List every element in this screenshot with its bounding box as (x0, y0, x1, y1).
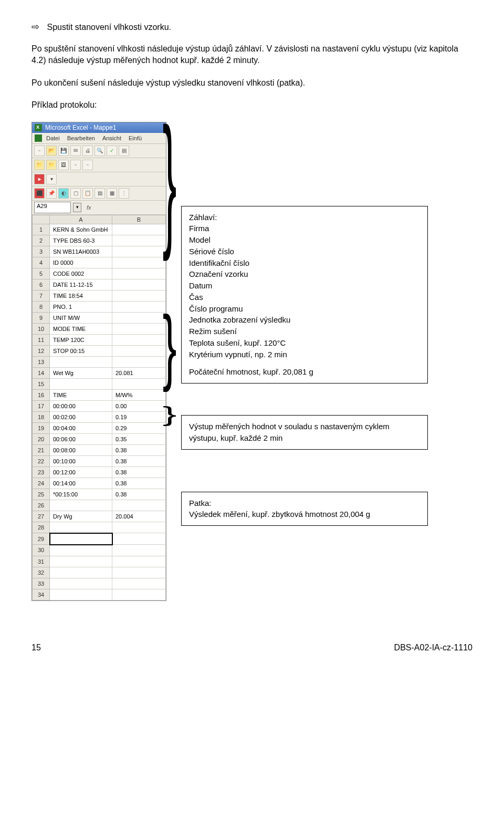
row-header[interactable]: 32 (33, 567, 50, 578)
cell-a[interactable]: 00:00:00 (50, 400, 112, 411)
pin-icon[interactable]: 📌 (46, 188, 57, 199)
cell-b[interactable] (112, 356, 166, 367)
row-header[interactable]: 7 (33, 290, 50, 301)
table-row[interactable]: 3SN WB11AH0003 (33, 246, 166, 257)
cell-a[interactable]: 00:04:00 (50, 422, 112, 433)
cell-a[interactable]: ID 0000 (50, 257, 112, 268)
menu-ansicht[interactable]: Ansicht (102, 135, 121, 141)
cell-b[interactable] (112, 500, 166, 511)
cell-b[interactable] (112, 257, 166, 268)
row-header-corner[interactable] (33, 215, 50, 224)
row-header[interactable]: 6 (33, 279, 50, 290)
cell-b[interactable] (112, 235, 166, 246)
menu-einfu[interactable]: Einfü (129, 135, 142, 141)
row-header[interactable]: 34 (33, 589, 50, 600)
table-row[interactable]: 13 (33, 356, 166, 367)
cell-b[interactable] (112, 556, 166, 567)
cell-b[interactable]: M/W% (112, 389, 166, 400)
cell-b[interactable] (112, 545, 166, 556)
cell-a[interactable]: 00:14:00 (50, 478, 112, 489)
table-row[interactable]: 34 (33, 589, 166, 600)
row-header[interactable]: 18 (33, 411, 50, 422)
preview-icon[interactable]: 🔍 (94, 146, 105, 156)
cell-b[interactable] (112, 345, 166, 356)
cell-b[interactable]: 20.004 (112, 511, 166, 522)
row-header[interactable]: 23 (33, 466, 50, 478)
table-row[interactable]: 1KERN & Sohn GmbH (33, 224, 166, 235)
cell-b[interactable]: 0.38 (112, 455, 166, 466)
table-row[interactable]: 1800:02:000.19 (33, 411, 166, 422)
table-row[interactable]: 32 (33, 567, 166, 578)
cell-a[interactable] (50, 556, 112, 567)
save-icon[interactable]: 💾 (58, 146, 69, 156)
box-icon[interactable]: ▢ (70, 188, 81, 199)
cell-a[interactable]: TIME (50, 389, 112, 400)
table-row[interactable]: 5CODE 0002 (33, 268, 166, 279)
row-header[interactable]: 22 (33, 455, 50, 466)
cell-a[interactable] (50, 589, 112, 600)
cell-b[interactable] (112, 533, 166, 545)
table-row[interactable]: 1900:04:000.29 (33, 422, 166, 433)
cell-a[interactable]: 00:08:00 (50, 444, 112, 455)
name-box[interactable]: A29 (34, 202, 71, 213)
row-header[interactable]: 19 (33, 422, 50, 433)
row-header[interactable]: 1 (33, 224, 50, 235)
row-header[interactable]: 17 (33, 400, 50, 411)
cell-a[interactable]: CODE 0002 (50, 268, 112, 279)
table-row[interactable]: 15 (33, 378, 166, 389)
cell-b[interactable] (112, 279, 166, 290)
cell-a[interactable]: KERN & Sohn GmbH (50, 224, 112, 235)
row-header[interactable]: 12 (33, 345, 50, 356)
table-row[interactable]: 2300:12:000.38 (33, 466, 166, 478)
open-icon[interactable]: 📂 (46, 146, 57, 156)
row-header[interactable]: 21 (33, 444, 50, 455)
row-header[interactable]: 33 (33, 578, 50, 589)
row-header[interactable]: 30 (33, 545, 50, 556)
table-row[interactable]: 2400:14:000.38 (33, 478, 166, 489)
pdf2-icon[interactable]: ⬛ (34, 188, 45, 199)
row-header[interactable]: 14 (33, 367, 50, 378)
menu-bearbeiten[interactable]: Bearbeiten (67, 135, 95, 141)
paste-icon[interactable]: 📋 (82, 188, 93, 199)
table-row[interactable]: 2000:06:000.35 (33, 433, 166, 444)
table-row[interactable]: 10MODE TIME (33, 323, 166, 334)
cell-b[interactable] (112, 578, 166, 589)
cell-a[interactable] (50, 567, 112, 578)
cell-b[interactable]: 0.38 (112, 489, 166, 500)
row-header[interactable]: 28 (33, 522, 50, 533)
misc-icon[interactable]: ▫ (70, 160, 81, 170)
cell-b[interactable]: 0.38 (112, 444, 166, 455)
row-header[interactable]: 11 (33, 334, 50, 345)
row-header[interactable]: 3 (33, 246, 50, 257)
cell-b[interactable] (112, 567, 166, 578)
row-header[interactable]: 10 (33, 323, 50, 334)
namebox-dropdown-icon[interactable]: ▾ (73, 203, 81, 212)
dots-icon[interactable]: ⋮ (119, 188, 129, 199)
cell-a[interactable]: TEMP 120C (50, 334, 112, 345)
row-header[interactable]: 2 (33, 235, 50, 246)
row-header[interactable]: 27 (33, 511, 50, 522)
table-row[interactable]: 29 (33, 533, 166, 545)
table-row[interactable]: 25*00:15:000.38 (33, 489, 166, 500)
folder-icon[interactable]: 📁 (34, 160, 45, 170)
table-row[interactable]: 6DATE 11-12-15 (33, 279, 166, 290)
cell-b[interactable]: 0.38 (112, 478, 166, 489)
cell-a[interactable]: Wet Wg (50, 367, 112, 378)
cell-a[interactable]: 00:10:00 (50, 455, 112, 466)
table-row[interactable]: 2100:08:000.38 (33, 444, 166, 455)
table-row[interactable]: 12STOP 00:15 (33, 345, 166, 356)
table-row[interactable]: 1700:00:000.00 (33, 400, 166, 411)
cell-a[interactable]: DATE 11-12-15 (50, 279, 112, 290)
pdf-icon[interactable]: ▸ (34, 174, 45, 184)
cell-b[interactable] (112, 301, 166, 312)
cell-a[interactable] (50, 533, 112, 545)
spellcheck-icon[interactable]: ✓ (107, 146, 117, 156)
misc2-icon[interactable]: ▫ (82, 160, 93, 170)
cell-b[interactable]: 0.29 (112, 422, 166, 433)
table-row[interactable]: 30 (33, 545, 166, 556)
cell-a[interactable]: TIME 18:54 (50, 290, 112, 301)
cell-a[interactable]: PNO. 1 (50, 301, 112, 312)
table-row[interactable]: 33 (33, 578, 166, 589)
cell-a[interactable] (50, 578, 112, 589)
row-header[interactable]: 9 (33, 312, 50, 323)
